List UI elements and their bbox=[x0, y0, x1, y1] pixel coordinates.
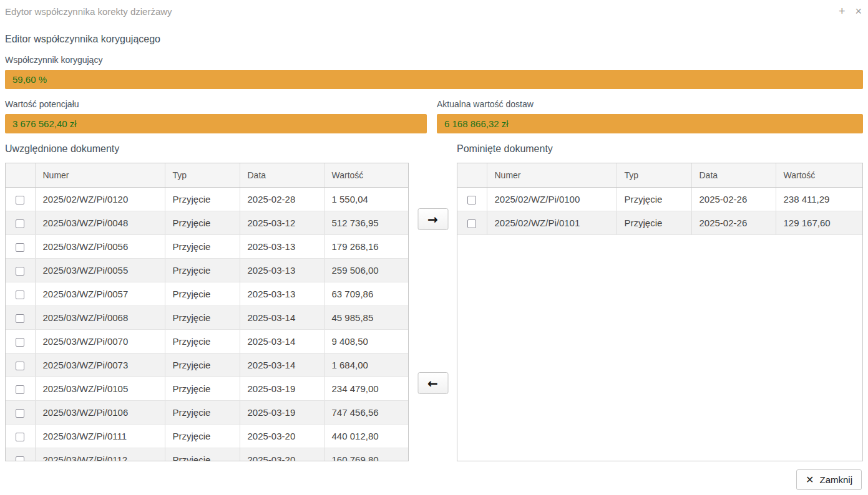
column-header-typ: Typ bbox=[165, 163, 240, 187]
row-checkbox[interactable] bbox=[16, 219, 24, 228]
cell-warto: 238 411,29 bbox=[776, 187, 862, 211]
move-left-button[interactable]: ← bbox=[417, 372, 448, 394]
cell-data: 2025-03-13 bbox=[240, 282, 324, 305]
cell-typ: Przyjęcie bbox=[165, 377, 240, 400]
row-checkbox[interactable] bbox=[16, 456, 24, 461]
checkbox-cell bbox=[6, 377, 35, 400]
cell-numer: 2025/03/WZ/Pi/0057 bbox=[35, 282, 165, 305]
row-checkbox[interactable] bbox=[16, 196, 24, 204]
skipped-documents-section: Pominięte dokumenty NumerTypDataWartość2… bbox=[457, 143, 863, 461]
window-title: Edytor współczynnika korekty dzierżawy bbox=[5, 5, 172, 17]
column-header-warto: Wartość bbox=[324, 163, 408, 187]
column-header-typ: Typ bbox=[617, 163, 691, 187]
cell-typ: Przyjęcie bbox=[165, 234, 240, 258]
table-row: 2025/03/WZ/Pi/0057Przyjęcie2025-03-1363 … bbox=[6, 282, 408, 305]
cell-typ: Przyjęcie bbox=[617, 211, 691, 234]
column-header-data: Data bbox=[240, 163, 324, 187]
cell-data: 2025-02-26 bbox=[691, 187, 776, 211]
row-checkbox[interactable] bbox=[16, 385, 24, 394]
deliveries-field-block: Aktualna wartość dostaw 6 168 866,32 zł bbox=[437, 89, 863, 133]
cell-typ: Przyjęcie bbox=[165, 258, 240, 282]
values-field-row: Wartość potencjału 3 676 562,40 zł Aktua… bbox=[5, 89, 863, 133]
cell-numer: 2025/03/WZ/Pi/0056 bbox=[35, 234, 165, 258]
row-checkbox[interactable] bbox=[16, 291, 24, 299]
cell-data: 2025-02-28 bbox=[240, 187, 324, 211]
titlebar: Edytor współczynnika korekty dzierżawy +… bbox=[5, 5, 863, 19]
row-checkbox[interactable] bbox=[16, 243, 24, 252]
cell-warto: 160 769,80 bbox=[324, 448, 408, 461]
table-row: 2025/02/WZ/Pi/0120Przyjęcie2025-02-281 5… bbox=[6, 187, 408, 211]
cell-typ: Przyjęcie bbox=[165, 282, 240, 305]
cell-data: 2025-03-19 bbox=[240, 377, 324, 400]
cell-warto: 747 456,56 bbox=[324, 400, 408, 424]
cell-typ: Przyjęcie bbox=[165, 211, 240, 234]
row-checkbox[interactable] bbox=[16, 338, 24, 347]
table-row: 2025/03/WZ/Pi/0112Przyjęcie2025-03-20160… bbox=[6, 448, 408, 461]
coefficient-field-block: Współczynnik korygujący 59,60 % bbox=[5, 55, 863, 89]
potential-field-block: Wartość potencjału 3 676 562,40 zł bbox=[5, 89, 427, 133]
column-header-data: Data bbox=[691, 163, 776, 187]
arrow-left-icon: ← bbox=[427, 376, 438, 391]
row-checkbox[interactable] bbox=[16, 314, 24, 323]
table-row: 2025/03/WZ/Pi/0056Przyjęcie2025-03-13179… bbox=[6, 234, 408, 258]
cell-data: 2025-02-26 bbox=[691, 211, 776, 234]
arrow-right-icon: → bbox=[427, 212, 438, 227]
table-row: 2025/03/WZ/Pi/0105Przyjęcie2025-03-19234… bbox=[6, 377, 408, 400]
coefficient-value-field: 59,60 % bbox=[5, 70, 863, 89]
row-checkbox[interactable] bbox=[16, 267, 24, 276]
potential-label: Wartość potencjału bbox=[5, 99, 427, 109]
included-documents-table: NumerTypDataWartość2025/02/WZ/Pi/0120Prz… bbox=[6, 163, 408, 461]
cell-numer: 2025/02/WZ/Pi/0101 bbox=[487, 211, 617, 234]
checkbox-cell bbox=[6, 424, 35, 448]
cell-warto: 234 479,00 bbox=[324, 377, 408, 400]
select-column-header bbox=[457, 163, 487, 187]
row-checkbox[interactable] bbox=[467, 196, 476, 204]
transfer-buttons-column: → ← bbox=[409, 143, 457, 461]
cell-numer: 2025/02/WZ/Pi/0120 bbox=[35, 187, 165, 211]
row-checkbox[interactable] bbox=[467, 219, 476, 228]
cell-data: 2025-03-20 bbox=[240, 448, 324, 461]
checkbox-cell bbox=[6, 258, 35, 282]
maximize-icon[interactable]: + bbox=[839, 5, 846, 17]
cell-data: 2025-03-20 bbox=[240, 424, 324, 448]
cell-data: 2025-03-13 bbox=[240, 234, 324, 258]
row-checkbox[interactable] bbox=[16, 433, 24, 441]
cell-typ: Przyjęcie bbox=[165, 187, 240, 211]
checkbox-cell bbox=[6, 329, 35, 353]
column-header-numer: Numer bbox=[487, 163, 617, 187]
checkbox-cell bbox=[6, 448, 35, 461]
included-documents-section: Uwzględnione dokumenty NumerTypDataWarto… bbox=[5, 143, 409, 461]
included-documents-table-container[interactable]: NumerTypDataWartość2025/02/WZ/Pi/0120Prz… bbox=[5, 163, 409, 461]
checkbox-cell bbox=[6, 353, 35, 377]
checkbox-cell bbox=[6, 211, 35, 234]
close-window-icon[interactable]: × bbox=[855, 5, 862, 17]
row-checkbox[interactable] bbox=[16, 362, 24, 370]
cell-typ: Przyjęcie bbox=[165, 448, 240, 461]
skipped-documents-table-container[interactable]: NumerTypDataWartość2025/02/WZ/Pi/0100Prz… bbox=[457, 163, 863, 461]
cell-numer: 2025/03/WZ/Pi/0048 bbox=[35, 211, 165, 234]
cell-typ: Przyjęcie bbox=[165, 353, 240, 377]
close-button-label: Zamknij bbox=[819, 474, 852, 485]
cell-numer: 2025/03/WZ/Pi/0105 bbox=[35, 377, 165, 400]
column-header-numer: Numer bbox=[35, 163, 165, 187]
cell-typ: Przyjęcie bbox=[165, 424, 240, 448]
cell-numer: 2025/03/WZ/Pi/0073 bbox=[35, 353, 165, 377]
included-documents-title: Uwzględnione dokumenty bbox=[5, 143, 409, 155]
titlebar-icons: + × bbox=[839, 5, 863, 17]
coefficient-label: Współczynnik korygujący bbox=[5, 55, 863, 65]
cell-warto: 440 012,80 bbox=[324, 424, 408, 448]
cell-data: 2025-03-14 bbox=[240, 353, 324, 377]
cell-warto: 179 268,16 bbox=[324, 234, 408, 258]
row-checkbox[interactable] bbox=[16, 409, 24, 418]
cell-typ: Przyjęcie bbox=[617, 187, 691, 211]
table-row: 2025/03/WZ/Pi/0048Przyjęcie2025-03-12512… bbox=[6, 211, 408, 234]
table-row: 2025/03/WZ/Pi/0070Przyjęcie2025-03-149 4… bbox=[6, 329, 408, 353]
checkbox-cell bbox=[6, 187, 35, 211]
close-button[interactable]: ✕ Zamknij bbox=[796, 469, 862, 490]
table-row: 2025/03/WZ/Pi/0111Przyjęcie2025-03-20440… bbox=[6, 424, 408, 448]
cell-warto: 63 709,86 bbox=[324, 282, 408, 305]
close-x-icon: ✕ bbox=[806, 474, 814, 486]
move-right-button[interactable]: → bbox=[417, 208, 448, 230]
checkbox-cell bbox=[6, 400, 35, 424]
cell-numer: 2025/03/WZ/Pi/0106 bbox=[35, 400, 165, 424]
